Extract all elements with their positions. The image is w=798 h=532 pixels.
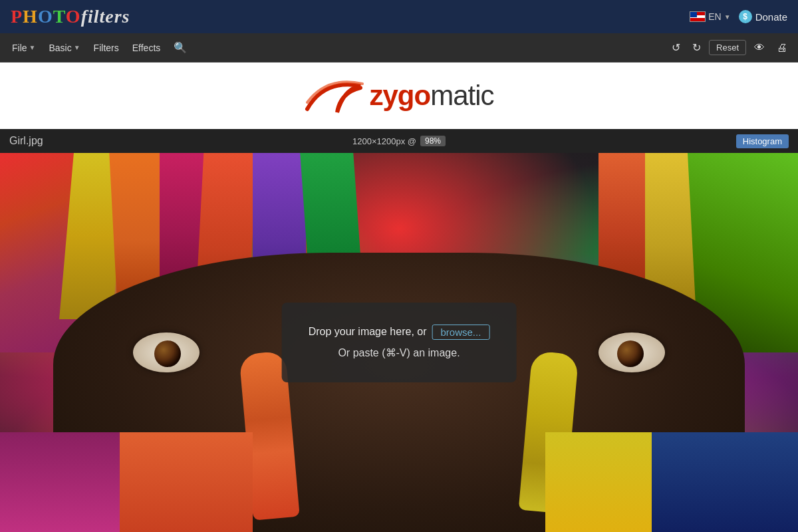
reset-button[interactable]: Reset — [709, 40, 746, 55]
zygomatic-logo: zygomatic — [304, 76, 493, 116]
undo-button[interactable]: ↺ — [668, 39, 684, 57]
toolbar: File ▼ Basic ▼ Filters Effects 🔍 ↺ ↻ Res… — [0, 33, 798, 63]
drop-zone-overlay[interactable]: Drop your image here, or browse... Or pa… — [282, 303, 517, 382]
donate-label: Donate — [755, 11, 787, 23]
reset-label: Reset — [716, 43, 739, 53]
histogram-label: Histogram — [743, 136, 782, 146]
swoosh-icon — [304, 76, 364, 116]
pupil-left — [154, 340, 181, 367]
filename: Girl.jpg — [9, 135, 43, 147]
language-selector[interactable]: EN ▼ — [690, 11, 730, 22]
browse-label: browse... — [441, 327, 481, 338]
redo-icon: ↻ — [692, 42, 701, 53]
search-button[interactable]: 🔍 — [168, 38, 192, 57]
logo-text: PHOTOfilters — [11, 6, 130, 27]
file-label: File — [12, 43, 27, 53]
histogram-button[interactable]: Histogram — [736, 134, 789, 148]
eye-icon: 👁 — [754, 42, 765, 53]
redo-button[interactable]: ↻ — [688, 39, 705, 57]
top-bar: PHOTOfilters EN ▼ $ Donate — [0, 0, 798, 33]
effects-label: Effects — [132, 43, 161, 53]
toolbar-right: ↺ ↻ Reset 👁 🖨 — [668, 39, 791, 57]
zygo-part: zygo — [369, 80, 430, 111]
donate-button[interactable]: $ Donate — [739, 10, 787, 23]
drop-text-line1: Drop your image here, or browse... — [309, 321, 490, 342]
pupil-right — [617, 340, 644, 367]
image-canvas[interactable]: Drop your image here, or browse... Or pa… — [0, 153, 798, 532]
image-info: 1200×1200px @ 98% — [352, 136, 446, 146]
filters-menu[interactable]: Filters — [88, 39, 124, 57]
flag-icon — [690, 11, 706, 22]
browse-button[interactable]: browse... — [432, 325, 490, 340]
print-icon: 🖨 — [777, 42, 787, 53]
basic-label: Basic — [49, 43, 71, 53]
filters-label: Filters — [94, 43, 119, 53]
zygomatic-banner: zygomatic — [0, 63, 798, 129]
top-right-controls: EN ▼ $ Donate — [690, 10, 787, 23]
undo-icon: ↺ — [672, 42, 680, 53]
basic-menu[interactable]: Basic ▼ — [43, 39, 85, 57]
zoom-badge: 98% — [420, 136, 446, 146]
visibility-button[interactable]: 👁 — [750, 39, 769, 57]
bottom-strip-1 — [0, 432, 133, 532]
effects-menu[interactable]: Effects — [127, 39, 166, 57]
drop-text-line2: Or paste (⌘-V) an image. — [309, 342, 490, 364]
chevron-down-icon: ▼ — [724, 13, 731, 21]
file-chevron: ▼ — [29, 44, 36, 51]
matic-part: matic — [430, 80, 493, 111]
lang-label: EN — [708, 11, 721, 22]
donate-icon: $ — [739, 10, 752, 23]
file-menu[interactable]: File ▼ — [7, 39, 41, 57]
image-dimensions: 1200×1200px @ — [352, 136, 416, 146]
search-icon: 🔍 — [174, 41, 187, 54]
bottom-strip-4 — [652, 432, 798, 532]
print-button[interactable]: 🖨 — [773, 39, 791, 57]
bottom-strip-2 — [120, 432, 253, 532]
color-strip-r2 — [598, 153, 645, 286]
drop-text: Drop your image here, or — [309, 321, 427, 342]
logo: PHOTOfilters — [11, 6, 130, 27]
basic-chevron: ▼ — [74, 44, 80, 51]
image-header: Girl.jpg 1200×1200px @ 98% Histogram — [0, 129, 798, 153]
zygomatic-text: zygomatic — [369, 80, 493, 112]
